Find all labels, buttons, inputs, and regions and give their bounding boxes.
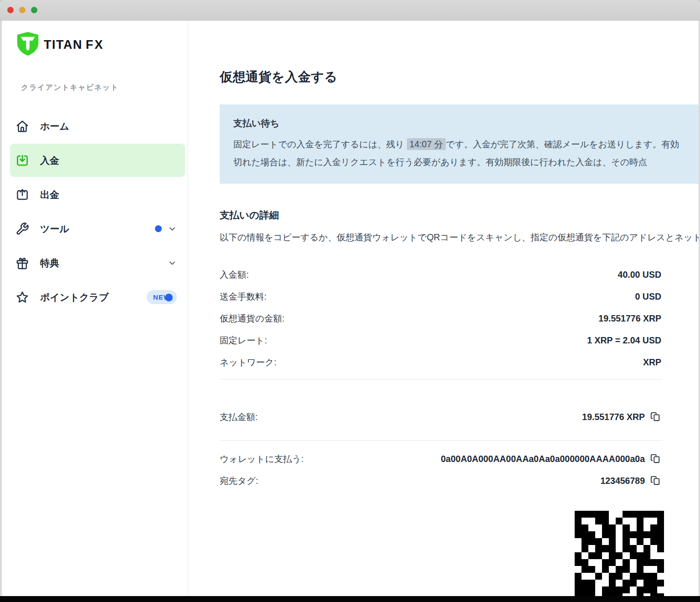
app-window: TITANFX クライアントキャビネット ホーム [0, 0, 700, 602]
page-title: 仮想通貨を入金する [220, 68, 700, 86]
detail-row-deposit-amount: 入金額: 40.00 USD [220, 264, 661, 285]
detail-row-fixed-rate: 固定レート: 1 XRP = 2.04 USD [220, 329, 661, 351]
payment-amount-row: 支払金額: 19.551776 XRP [220, 400, 661, 434]
star-icon [15, 291, 29, 304]
titanfx-logo[interactable]: TITANFX [16, 32, 179, 57]
sidebar-item-label: 出金 [40, 188, 59, 201]
new-badge: NEW [147, 290, 177, 304]
qr-code [575, 511, 664, 596]
sidebar-item-withdraw[interactable]: 出金 [10, 178, 185, 211]
new-badge-notification-dot [165, 294, 173, 301]
detail-row-transfer-fee: 送金手数料: 0 USD [220, 285, 661, 307]
wallet-address-row: ウォレットに支払う: 0a00A0A000AA00AAa0Aa0a000000A… [220, 448, 661, 470]
sidebar: TITANFX クライアントキャビネット ホーム [0, 21, 188, 596]
zoom-window-button[interactable] [31, 7, 37, 13]
window-titlebar [0, 0, 700, 21]
countdown-timer: 14:07 分 [407, 138, 446, 150]
payment-details-title: 支払いの詳細 [220, 208, 700, 222]
client-cabinet-label: クライアントキャビネット [21, 83, 179, 93]
sidebar-item-points-club[interactable]: ポイントクラブ NEW [10, 280, 185, 314]
sidebar-nav: ホーム 入金 [16, 109, 179, 314]
sidebar-item-deposit[interactable]: 入金 [10, 144, 185, 177]
withdraw-icon [15, 188, 29, 202]
payment-details-rows: 入金額: 40.00 USD 送金手数料: 0 USD 仮想通貨の金額: 19.… [220, 264, 661, 373]
sidebar-item-label: ホーム [40, 120, 69, 133]
alert-text-line1: 固定レートでの入金を完了するには、残り 14:07 分です。入金が完了次第、確認… [233, 135, 700, 153]
detail-row-network: ネットワーク: XRP [220, 351, 661, 373]
copy-wallet-address-button[interactable] [650, 453, 661, 464]
bottom-bar [0, 596, 700, 602]
home-icon [15, 119, 29, 133]
chevron-down-icon[interactable] [168, 224, 177, 234]
window-left-border [0, 21, 2, 596]
sidebar-item-label: ツール [40, 223, 69, 235]
titanfx-shield-icon [16, 32, 39, 57]
copy-destination-tag-button[interactable] [650, 475, 661, 486]
destination-tag-row: 宛先タグ: 123456789 [220, 470, 661, 492]
main-content: 仮想通貨を入金する 支払い待ち 固定レートでの入金を完了するには、残り 14:0… [188, 21, 700, 596]
sidebar-item-benefits[interactable]: 特典 [10, 246, 185, 280]
minimize-window-button[interactable] [19, 7, 26, 13]
alert-title: 支払い待ち [233, 117, 700, 130]
divider [220, 379, 662, 379]
sidebar-item-tools[interactable]: ツール [10, 212, 185, 245]
sidebar-item-home[interactable]: ホーム [10, 109, 185, 143]
sidebar-item-label: 特典 [40, 257, 59, 270]
destination-tag-value: 123456789 [600, 476, 645, 486]
sidebar-item-label: 入金 [40, 154, 59, 167]
alert-text-line2: 切れた場合は、新たに入金リクエストを行う必要があります。有効期限後に行われた入金… [233, 153, 700, 171]
detail-row-crypto-amount: 仮想通貨の金額: 19.551776 XRP [220, 307, 661, 329]
wallet-address-value: 0a00A0A000AA00AAa0Aa0a000000AAAA000a0a [441, 454, 645, 464]
brand-name: TITANFX [44, 38, 104, 52]
deposit-icon [15, 154, 29, 167]
tools-notification-dot [155, 225, 162, 232]
wrench-icon [15, 222, 29, 236]
sidebar-item-label: ポイントクラブ [40, 291, 108, 304]
gift-icon [15, 256, 29, 270]
close-window-button[interactable] [7, 7, 14, 13]
payment-pending-alert: 支払い待ち 固定レートでの入金を完了するには、残り 14:07 分です。入金が完… [220, 104, 700, 184]
divider [220, 440, 662, 441]
payment-details-subtitle: 以下の情報をコピーするか、仮想通貨ウォレットでQRコードをスキャンし、指定の仮想… [220, 231, 700, 244]
chevron-down-icon[interactable] [168, 259, 177, 268]
copy-payment-amount-button[interactable] [650, 411, 661, 422]
